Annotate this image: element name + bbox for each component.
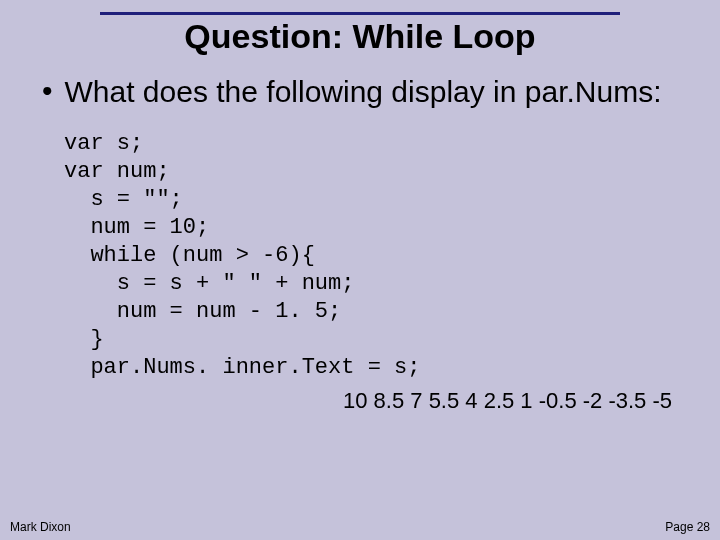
title-area: Question: While Loop xyxy=(0,0,720,56)
bullet-dot: • xyxy=(42,74,53,108)
slide-body: • What does the following display in par… xyxy=(0,56,720,414)
bullet-item: • What does the following display in par… xyxy=(42,74,690,110)
code-block: var s; var num; s = ""; num = 10; while … xyxy=(64,130,690,382)
bullet-text: What does the following display in par.N… xyxy=(65,74,662,110)
answer-text: 10 8.5 7 5.5 4 2.5 1 -0.5 -2 -3.5 -5 xyxy=(42,388,672,414)
footer-author: Mark Dixon xyxy=(10,520,71,534)
slide-title: Question: While Loop xyxy=(40,17,680,56)
title-rule xyxy=(100,12,620,15)
footer-page: Page 28 xyxy=(665,520,710,534)
slide: Question: While Loop • What does the fol… xyxy=(0,0,720,540)
footer: Mark Dixon Page 28 xyxy=(10,520,710,534)
